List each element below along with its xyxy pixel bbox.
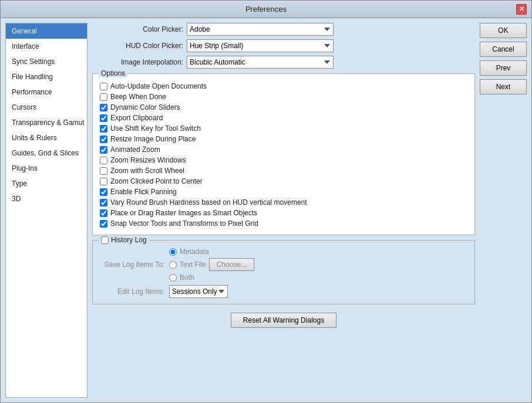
sidebar-item-file-handling[interactable]: File Handling [6,69,87,84]
title-bar: Preferences ✕ [1,1,531,18]
checkbox-export-clipboard[interactable] [100,114,107,122]
checkbox-zoom-clicked[interactable] [100,178,107,185]
checkbox-resize-image[interactable] [100,136,107,143]
next-button[interactable]: Next [480,79,527,94]
checkbox-label-snap-vector: Snap Vector Tools and Transforms to Pixe… [110,219,258,228]
sidebar-item-3d[interactable]: 3D [6,191,87,206]
radio-textfile-label: Text File [180,260,206,269]
main-area: Color Picker: Adobe Windows System HUD C… [92,23,475,398]
radio-group: Metadata Text File Choose... Both [169,248,254,282]
sidebar-item-type[interactable]: Type [6,176,87,191]
choose-button[interactable]: Choose... [209,258,254,271]
image-interpolation-label: Image Interpolation: [92,58,183,66]
checkbox-shift-key[interactable] [100,125,107,133]
checkbox-label-dynamic-color: Dynamic Color Sliders [110,103,180,111]
hud-color-picker-select[interactable]: Hue Strip (Small) Hue Strip (Medium) Hue… [187,39,334,52]
checkbox-row-export-clipboard: Export Clipboard [100,113,467,123]
checkbox-label-zoom-clicked: Zoom Clicked Point to Center [110,177,203,185]
checkbox-row-resize-image: Resize Image During Place [100,134,467,144]
history-legend: History Log [99,236,149,244]
edit-log-row: Edit Log Items: Sessions Only Concise De… [100,285,467,298]
checkbox-label-zoom-resizes: Zoom Resizes Windows [110,156,186,164]
color-picker-row: Color Picker: Adobe Windows System [92,23,475,36]
color-picker-select[interactable]: Adobe Windows System [187,23,334,36]
ok-button[interactable]: OK [480,23,527,38]
sidebar-item-transparency-gamut[interactable]: Transparency & Gamut [6,115,87,130]
sidebar-item-general[interactable]: General [6,23,87,39]
checkbox-row-animated-zoom: Animated Zoom [100,144,467,155]
window-title: Preferences [16,5,516,13]
checkbox-vary-round[interactable] [100,199,107,206]
radio-metadata-input[interactable] [169,248,177,256]
reset-warning-button[interactable]: Reset All Warning Dialogs [231,313,336,328]
options-inner: Auto-Update Open DocumentsBeep When Done… [100,81,467,229]
save-log-row: Save Log Items To: Metadata Text File Ch… [100,248,467,282]
history-log-checkbox[interactable] [101,236,109,244]
right-buttons: OK Cancel Prev Next [480,23,527,398]
sidebar-item-guides-grid-slices[interactable]: Guides, Grid & Slices [6,145,87,161]
checkbox-label-flick-panning: Enable Flick Panning [110,188,177,196]
image-interpolation-select[interactable]: Bicubic Automatic Nearest Neighbor Bilin… [187,56,334,69]
checkbox-dynamic-color[interactable] [100,104,107,111]
checkbox-row-zoom-resizes: Zoom Resizes Windows [100,155,467,165]
sidebar-item-plug-ins[interactable]: Plug-Ins [6,161,87,176]
checkbox-label-export-clipboard: Export Clipboard [110,114,163,122]
hud-color-picker-label: HUD Color Picker: [92,42,183,50]
history-group: History Log Save Log Items To: Metadata [92,240,475,304]
sidebar-item-interface[interactable]: Interface [6,39,87,54]
checkbox-label-resize-image: Resize Image During Place [110,135,196,143]
edit-log-select[interactable]: Sessions Only Concise Detailed [169,285,228,298]
checkbox-place-drag[interactable] [100,209,107,217]
sidebar-item-cursors[interactable]: Cursors [6,100,87,115]
checkbox-row-vary-round: Vary Round Brush Hardness based on HUD v… [100,197,467,208]
radio-metadata: Metadata [169,248,254,256]
right-and-main: Color Picker: Adobe Windows System HUD C… [92,23,527,398]
sidebar: GeneralInterfaceSync SettingsFile Handli… [5,23,87,398]
content-area: GeneralInterfaceSync SettingsFile Handli… [1,18,531,402]
checkbox-row-zoom-scroll: Zoom with Scroll Wheel [100,165,467,176]
checkbox-row-snap-vector: Snap Vector Tools and Transforms to Pixe… [100,218,467,229]
history-log-label: History Log [111,236,147,244]
checkbox-flick-panning[interactable] [100,188,107,196]
checkbox-row-place-drag: Place or Drag Raster Images as Smart Obj… [100,208,467,218]
checkbox-snap-vector[interactable] [100,220,107,228]
bottom-bar: Reset All Warning Dialogs [92,309,475,333]
sidebar-item-sync-settings[interactable]: Sync Settings [6,54,87,69]
radio-metadata-label: Metadata [180,248,209,256]
checkbox-label-beep-done: Beep When Done [110,93,166,101]
sidebar-item-performance[interactable]: Performance [6,84,87,100]
checkbox-label-zoom-scroll: Zoom with Scroll Wheel [110,167,184,175]
radio-both-input[interactable] [169,274,177,282]
history-content: Save Log Items To: Metadata Text File Ch… [100,248,467,298]
sidebar-item-units-rulers[interactable]: Units & Rulers [6,130,87,145]
checkbox-zoom-resizes[interactable] [100,157,107,164]
checkbox-row-zoom-clicked: Zoom Clicked Point to Center [100,176,467,187]
options-legend: Options [99,69,127,77]
checkbox-row-auto-update: Auto-Update Open Documents [100,81,467,92]
checkbox-row-dynamic-color: Dynamic Color Sliders [100,102,467,113]
checkbox-label-vary-round: Vary Round Brush Hardness based on HUD v… [110,198,307,206]
prev-button[interactable]: Prev [480,60,527,76]
checkbox-animated-zoom[interactable] [100,146,107,154]
checkbox-zoom-scroll[interactable] [100,167,107,175]
close-button[interactable]: ✕ [516,4,527,15]
checkbox-row-flick-panning: Enable Flick Panning [100,187,467,197]
edit-log-label: Edit Log Items: [100,287,164,296]
cancel-button[interactable]: Cancel [480,42,527,57]
checkbox-label-auto-update: Auto-Update Open Documents [110,82,207,90]
hud-color-picker-row: HUD Color Picker: Hue Strip (Small) Hue … [92,39,475,52]
preferences-window: Preferences ✕ GeneralInterfaceSync Setti… [0,0,532,403]
checkbox-label-shift-key: Use Shift Key for Tool Switch [110,124,201,133]
checkbox-auto-update[interactable] [100,83,107,90]
checkbox-beep-done[interactable] [100,93,107,101]
checkbox-label-animated-zoom: Animated Zoom [110,145,160,154]
image-interpolation-row: Image Interpolation: Bicubic Automatic N… [92,56,475,69]
checkbox-row-shift-key: Use Shift Key for Tool Switch [100,123,467,134]
options-group: Options Auto-Update Open DocumentsBeep W… [92,73,475,235]
save-log-label: Save Log Items To: [100,260,164,269]
checkbox-row-beep-done: Beep When Done [100,92,467,102]
checkbox-label-place-drag: Place or Drag Raster Images as Smart Obj… [110,209,257,217]
radio-textfile: Text File Choose... [169,258,254,271]
radio-textfile-input[interactable] [169,261,177,269]
form-area: Color Picker: Adobe Windows System HUD C… [92,23,475,69]
